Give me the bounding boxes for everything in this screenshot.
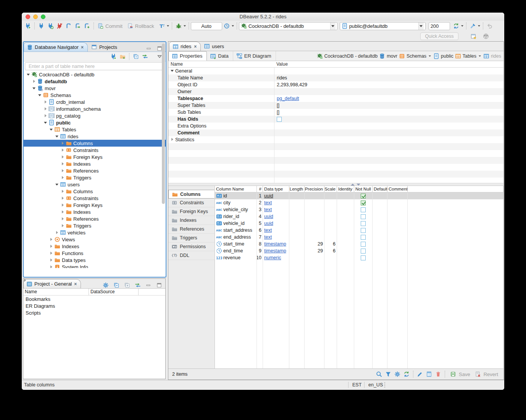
tree-item-defaultdb[interactable]: defaultdb [24,78,166,85]
new-sql-editor-icon[interactable] [83,22,91,30]
cell-ordinal[interactable]: 8 [257,241,263,247]
transaction-log-dropdown[interactable] [232,25,234,27]
property-value[interactable]: pg_default [274,95,503,102]
tree-open-arrow[interactable] [27,73,30,76]
column-header-length[interactable]: Length [289,186,305,192]
tree-closed-arrow[interactable] [50,252,53,255]
tree-scrollbar[interactable] [162,44,165,204]
tree-closed-arrow[interactable] [44,114,47,118]
grid-row-end-time[interactable]: end_time9timestamp296 [215,247,503,254]
grid-row-id[interactable]: id1uuid [215,192,503,199]
schema-dropdown[interactable] [418,23,424,30]
cell-c5[interactable] [324,199,337,206]
cell-identity[interactable] [337,206,354,213]
cell-data-type[interactable]: uuid [263,220,289,227]
tablespace-link[interactable]: pg_default [277,96,299,101]
debug-icon[interactable] [175,22,182,30]
tree-item-triggers[interactable]: Triggers [24,222,166,229]
tree-item-pg-catalog[interactable]: pg_catalog [24,112,166,119]
editor-tab-rides[interactable]: rides × [169,42,201,51]
disconnect-icon[interactable] [56,22,63,30]
property-row-owner[interactable]: Owner [168,88,503,95]
cell-identity[interactable] [337,220,354,227]
data-type-link[interactable]: uuid [264,214,273,219]
breadcrumb-item-public[interactable]: public [433,53,453,59]
cell-identity[interactable] [337,199,354,206]
cell-default[interactable] [373,220,387,227]
cell-identity[interactable] [337,227,354,234]
cell-ordinal[interactable]: 3 [257,206,263,213]
cell-data-type[interactable]: numeric [263,254,289,261]
reconnect-icon[interactable] [47,22,54,30]
data-type-link[interactable]: text [264,200,272,205]
cell-identity[interactable] [337,192,354,199]
cell-c5[interactable] [324,227,337,234]
data-type-link[interactable]: text [264,228,272,233]
cell-identity[interactable] [337,234,354,241]
close-tab-icon[interactable]: × [194,44,197,49]
search-icon[interactable] [375,370,383,378]
cell-c5[interactable] [324,254,337,261]
tree-item-schemas[interactable]: Schemas [24,92,166,99]
locale-indicator[interactable]: en_US [368,382,383,388]
collapse-all-icon[interactable] [113,282,119,288]
open-sql-editor-icon[interactable] [74,22,82,30]
tree-open-arrow[interactable] [55,135,59,138]
cell-c4[interactable] [305,220,324,227]
tree-closed-arrow[interactable] [61,190,65,193]
not-null-checkbox[interactable] [361,242,366,247]
collapse-all-icon[interactable] [132,53,140,60]
tree-item-constraints[interactable]: Constraints [24,195,166,202]
cell-c4[interactable]: 29 [305,247,324,254]
not-null-checkbox[interactable] [361,255,366,260]
cell-default[interactable] [373,206,387,213]
cell-data-type[interactable]: text [263,206,289,213]
tree-open-arrow[interactable] [55,183,59,186]
cell-column-name[interactable]: rider_id [215,213,257,220]
tree-item-movr[interactable]: movr [24,85,166,92]
commit-icon[interactable] [97,22,104,30]
tree-open-arrow[interactable] [50,128,53,131]
cell-not-null[interactable] [354,241,373,247]
cell-comment[interactable] [387,206,408,213]
group-closed-arrow[interactable] [171,138,174,142]
close-tab-icon[interactable]: × [81,45,84,49]
cell-c4[interactable] [305,206,324,213]
tree-closed-arrow[interactable] [61,149,65,152]
refresh-dropdown[interactable] [461,25,463,27]
cell-ordinal[interactable]: 10 [257,254,263,261]
property-row-statistics[interactable]: Statistics [168,136,503,143]
property-row-general[interactable]: General [168,68,503,74]
new-connection-icon[interactable] [24,22,32,30]
project-item-er-diagrams[interactable]: ER Diagrams [23,302,165,309]
close-tab-icon[interactable]: × [74,282,77,286]
tree-closed-arrow[interactable] [61,169,65,173]
property-row-tablespace[interactable]: Tablespacepg_default [168,95,503,102]
not-null-checkbox[interactable] [361,200,366,205]
cell-c3[interactable] [289,241,305,247]
tree-item-rides[interactable]: rides [24,133,166,140]
settings-icon[interactable] [394,370,401,378]
data-type-link[interactable]: text [264,207,272,212]
tree-item-information-schema[interactable]: information_schema [24,105,166,112]
tree-item-tables[interactable]: Tables [24,126,166,133]
not-null-checkbox[interactable] [361,194,366,199]
refresh-icon[interactable] [403,370,410,378]
cell-data-type[interactable]: text [263,234,289,241]
cell-column-name[interactable]: start_time [215,241,257,247]
tree-item-users[interactable]: users [24,181,166,188]
cell-comment[interactable] [387,213,408,220]
cell-default[interactable] [373,254,387,261]
cell-c3[interactable] [289,192,305,199]
tab-database-navigator[interactable]: Database Navigator × [24,42,88,52]
cell-default[interactable] [373,213,387,220]
tree-closed-arrow[interactable] [50,245,53,248]
sql-editor-icon[interactable] [65,22,73,30]
cell-c4[interactable]: 29 [305,241,324,247]
tree-closed-arrow[interactable] [61,197,65,200]
chevron-down-icon[interactable] [429,55,431,57]
commit-mode-combo[interactable]: Auto [191,22,222,30]
tree-closed-arrow[interactable] [44,107,47,111]
cell-default[interactable] [373,234,387,241]
add-column-icon[interactable] [425,370,433,378]
